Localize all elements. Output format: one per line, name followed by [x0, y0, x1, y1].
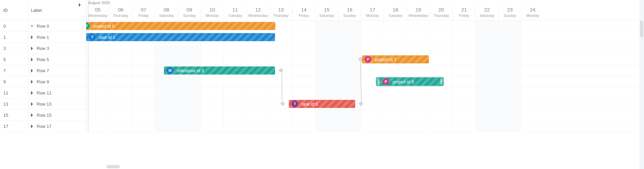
day-number: 20: [430, 6, 452, 13]
task-bar-p9[interactable]: Pproject id 9: [376, 78, 443, 86]
sidebar-row[interactable]: 17Row 17: [0, 121, 86, 132]
row-label: Row 15: [37, 113, 52, 118]
horizontal-scrollbar[interactable]: [86, 164, 639, 169]
day-header[interactable]: 07Friday: [132, 6, 155, 21]
row-label-cell[interactable]: Row 15: [28, 110, 86, 120]
chevron-right-icon[interactable]: [30, 35, 34, 39]
connector-diamond-icon[interactable]: [279, 68, 283, 73]
col-header-label-text: Label: [31, 8, 42, 13]
task-label: project id 7: [375, 57, 396, 62]
vertical-scrollbar[interactable]: [639, 0, 644, 169]
day-of-week: Wednesday: [247, 13, 269, 18]
task-bar-m3[interactable]: Mmilestone id 3: [164, 66, 275, 75]
day-of-week: Tuesday: [384, 13, 407, 18]
day-number: 22: [476, 6, 498, 13]
row-label: Row 7: [37, 68, 49, 73]
row-label-cell[interactable]: Row 13: [28, 98, 86, 109]
sidebar-row[interactable]: 0Row 0: [0, 21, 86, 32]
day-of-week: Sunday: [178, 13, 201, 18]
row-label-cell[interactable]: Row 7: [28, 65, 86, 76]
day-header[interactable]: 19Wednesday: [407, 6, 430, 21]
day-header[interactable]: 18Tuesday: [384, 6, 407, 21]
sidebar-row[interactable]: 9Row 9: [0, 76, 86, 87]
day-header[interactable]: 09Sunday: [178, 6, 201, 21]
chevron-right-icon[interactable]: [30, 69, 34, 73]
connector-diamond-icon[interactable]: [359, 102, 363, 106]
stripe-overlay: [289, 100, 355, 108]
sidebar-row[interactable]: 7Row 7: [0, 65, 86, 76]
day-header[interactable]: 20Thursday: [430, 6, 452, 21]
sidebar-row[interactable]: 13Row 13: [0, 98, 86, 110]
day-header[interactable]: 12Wednesday: [246, 6, 269, 21]
sidebar-header: ID Label: [0, 0, 86, 21]
day-header[interactable]: 22Saturday: [475, 6, 498, 21]
row-label-cell[interactable]: Row 0: [28, 21, 86, 31]
connector-diamond-icon[interactable]: [280, 102, 285, 106]
resize-handle-left[interactable]: [377, 78, 380, 85]
row-label-cell[interactable]: Row 11: [28, 87, 86, 98]
col-header-id-label: ID: [3, 8, 8, 13]
task-bar-p0[interactable]: Pproject id 0: [86, 22, 275, 30]
row-label-cell[interactable]: Row 5: [28, 54, 86, 65]
row-label-cell[interactable]: Row 3: [28, 43, 86, 54]
vertical-scroll-thumb[interactable]: [640, 21, 643, 37]
day-header[interactable]: 06Thursday: [109, 6, 132, 21]
sidebar-row[interactable]: 11Row 11: [0, 87, 86, 98]
chevron-right-icon[interactable]: [30, 102, 34, 106]
row-label-cell[interactable]: Row 9: [28, 76, 86, 87]
day-header[interactable]: 14Friday: [292, 6, 315, 21]
day-of-week: Saturday: [476, 13, 498, 18]
row-label: Row 9: [37, 79, 49, 84]
chevron-right-icon[interactable]: [30, 47, 34, 50]
row-label: Row 17: [37, 124, 52, 129]
row-label-cell[interactable]: Row 17: [28, 121, 86, 132]
month-label: August 2020: [88, 1, 110, 5]
day-header[interactable]: 10Monday: [201, 6, 224, 21]
task-bar-t1[interactable]: Ttask id 1: [86, 33, 275, 41]
day-number: 13: [270, 6, 292, 13]
chevron-right-icon[interactable]: [79, 3, 83, 7]
day-number: 23: [499, 6, 521, 13]
row-id: 0: [0, 21, 28, 31]
task-type-badge: P: [382, 78, 389, 85]
day-of-week: Wednesday: [407, 13, 430, 18]
day-header[interactable]: 16Sunday: [338, 6, 361, 21]
row-label: Row 0: [37, 24, 49, 29]
day-of-week: Monday: [201, 13, 224, 18]
sidebar-row[interactable]: 3Row 3: [0, 43, 86, 54]
chevron-right-icon[interactable]: [30, 91, 34, 95]
sidebar: ID Label 0Row 01Row 13Row 35Row 57Row 79…: [0, 0, 86, 169]
day-number: 19: [407, 6, 430, 13]
day-header[interactable]: 11Tuesday: [224, 6, 246, 21]
chevron-right-icon[interactable]: [30, 124, 34, 128]
sidebar-row[interactable]: 1Row 1: [0, 32, 86, 43]
col-header-id[interactable]: ID: [0, 0, 28, 21]
day-header[interactable]: 24Monday: [521, 6, 544, 21]
timeline-header: August 2020 05Wednesday06Thursday07Frida…: [86, 0, 644, 21]
resize-handle-right[interactable]: [440, 78, 443, 85]
row-label-cell[interactable]: Row 1: [28, 32, 86, 43]
chevron-right-icon[interactable]: [30, 80, 34, 84]
sidebar-row[interactable]: 5Row 5: [0, 54, 86, 65]
day-header[interactable]: 13Thursday: [269, 6, 292, 21]
sidebar-row[interactable]: 15Row 15: [0, 110, 86, 121]
day-header[interactable]: 17Monday: [361, 6, 384, 21]
chevron-right-icon[interactable]: [30, 113, 34, 117]
day-header[interactable]: 21Friday: [452, 6, 475, 21]
row-id: 7: [0, 65, 28, 76]
day-header[interactable]: 08Saturday: [155, 6, 178, 21]
day-of-week: Saturday: [315, 13, 338, 18]
chevron-right-icon[interactable]: [30, 58, 34, 61]
task-type-badge: T: [89, 34, 96, 40]
day-header[interactable]: 05Wednesday: [86, 6, 109, 21]
horizontal-scroll-thumb[interactable]: [106, 165, 120, 168]
row-label: Row 11: [37, 90, 52, 95]
day-header[interactable]: 23Sunday: [498, 6, 521, 21]
col-header-label[interactable]: Label: [28, 0, 86, 21]
task-bar-p7[interactable]: Pproject id 7: [362, 55, 429, 63]
day-number: 07: [132, 6, 155, 13]
task-bar-t5[interactable]: Ttask id 5: [289, 100, 355, 108]
day-header[interactable]: 15Saturday: [315, 6, 338, 21]
day-of-week: Friday: [453, 13, 475, 18]
timeline-body[interactable]: Pproject id 0Ttask id 1Pproject id 7Mmil…: [86, 21, 644, 169]
